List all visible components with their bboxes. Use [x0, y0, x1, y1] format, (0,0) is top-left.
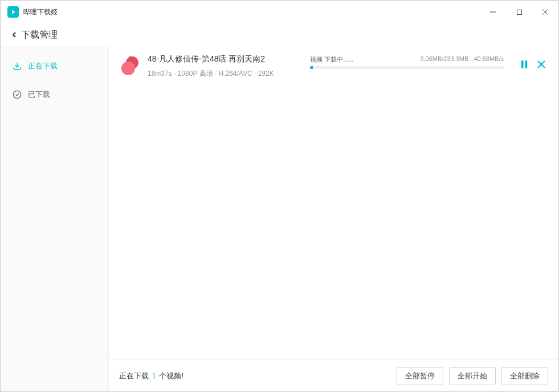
page-header: 下载管理 [1, 23, 558, 46]
minimize-button[interactable] [480, 1, 506, 23]
sidebar-item-downloading[interactable]: 正在下载 [1, 52, 108, 80]
download-icon [12, 61, 22, 71]
delete-all-button[interactable]: 全部删除 [501, 367, 548, 385]
download-status: 视频 下载中...... [310, 55, 353, 64]
download-speed: 40.68MB/s [474, 55, 504, 62]
sidebar-item-label: 正在下载 [28, 61, 58, 71]
app-icon [7, 6, 19, 18]
download-stats: 3.06MB/233.3MB 40.68MB/s [417, 55, 504, 64]
cancel-button[interactable] [534, 58, 548, 71]
svg-point-7 [121, 62, 135, 75]
download-size: 3.06MB/233.3MB [420, 55, 468, 62]
svg-rect-9 [525, 60, 528, 68]
progress-bar [310, 66, 504, 69]
sidebar: 正在下载 已下载 [1, 46, 109, 391]
progress-fill [310, 66, 313, 69]
download-list: 48-凡人修仙传-第48话 再别天南2 18m37s · 1080P 高清 · … [109, 46, 558, 360]
download-count: 1 [152, 371, 156, 380]
close-button[interactable] [532, 1, 558, 23]
pause-all-button[interactable]: 全部暂停 [397, 367, 443, 385]
check-circle-icon [12, 89, 22, 100]
window-controls [480, 1, 558, 23]
svg-rect-8 [521, 60, 524, 68]
back-button[interactable]: 下载管理 [10, 29, 58, 41]
pause-button[interactable] [517, 58, 531, 71]
thumbnail [119, 54, 142, 77]
download-meta: 18m37s · 1080P 高清 · H.264/AVC · 192K [148, 69, 310, 79]
download-title: 48-凡人修仙传-第48话 再别天南2 [148, 54, 310, 64]
svg-rect-1 [517, 10, 521, 14]
footer: 正在下载 1 个视频! 全部暂停 全部开始 全部删除 [109, 360, 558, 391]
maximize-button[interactable] [506, 1, 532, 23]
page-title: 下载管理 [21, 29, 58, 41]
sidebar-item-label: 已下载 [28, 89, 50, 100]
app-title: 哔哩下载姬 [23, 7, 58, 17]
start-all-button[interactable]: 全部开始 [449, 367, 496, 385]
footer-status: 正在下载 1 个视频! [119, 371, 183, 381]
titlebar: 哔哩下载姬 [1, 1, 558, 23]
svg-point-5 [13, 91, 21, 98]
sidebar-item-downloaded[interactable]: 已下载 [1, 80, 108, 109]
download-item: 48-凡人修仙传-第48话 再别天南2 18m37s · 1080P 高清 · … [119, 54, 548, 79]
